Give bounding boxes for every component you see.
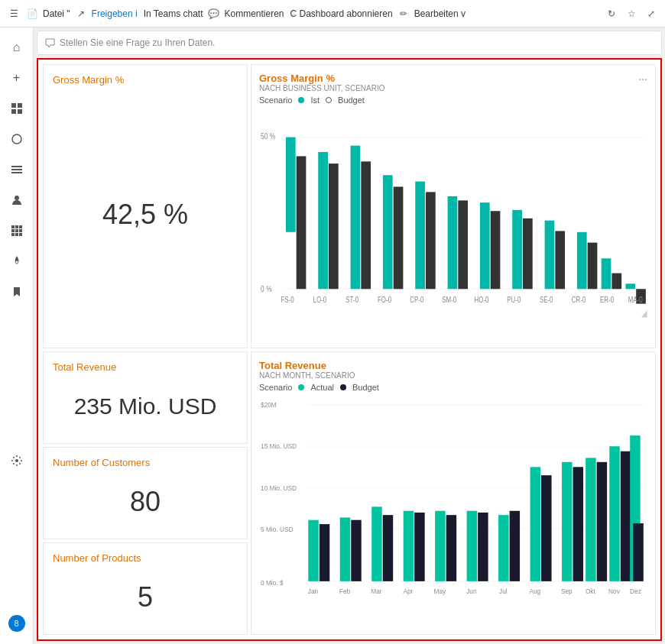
- sidebar-item-list[interactable]: [3, 156, 31, 183]
- bar-cr0-budget: [588, 243, 598, 290]
- bar-ho0-ist: [480, 202, 490, 289]
- x-label-dez: Dez: [630, 587, 641, 594]
- file-label: Datei ": [43, 8, 70, 19]
- bar-dez-budget: [633, 523, 643, 581]
- refresh-icon[interactable]: ↻: [604, 6, 619, 21]
- bar-jan-actual: [308, 519, 318, 581]
- y-label-5m: 5 Mio. USD: [261, 525, 293, 532]
- chart2-subtitle: NACH MONTH, SCENARIO: [259, 371, 379, 380]
- bar-er0-budget: [611, 273, 621, 290]
- svg-rect-7: [11, 172, 22, 173]
- gross-margin-value: 42,5 %: [53, 92, 238, 338]
- sidebar-item-add[interactable]: +: [3, 64, 31, 92]
- comment-icon: 💬: [206, 6, 221, 21]
- expand-icon[interactable]: ⤢: [644, 6, 659, 21]
- x-label-ma0: MA-0: [628, 296, 643, 304]
- x-label-pu0: PU-0: [507, 296, 521, 304]
- menu-icon[interactable]: ☰: [6, 6, 21, 21]
- x-label-jul: Jul: [499, 587, 508, 594]
- sidebar-item-grid[interactable]: [3, 95, 31, 122]
- bar-lo0-ist: [318, 152, 328, 289]
- gross-margin-label: Gross Margin %: [53, 74, 238, 86]
- bar-sep-actual: [562, 461, 572, 581]
- chart1-budget-label: Budget: [338, 95, 365, 105]
- teams-label[interactable]: In Teams chatt: [144, 8, 203, 19]
- bar-fo0-ist: [383, 175, 393, 289]
- bar-jun-budget: [478, 512, 488, 581]
- x-label-sm0: SM-0: [442, 296, 456, 304]
- y-label-20m: $20M: [261, 401, 277, 409]
- dashboard: Gross Margin % 42,5 % Gross Margin % NAC…: [37, 58, 662, 641]
- x-label-aug: Aug: [529, 587, 540, 594]
- search-bar[interactable]: Stellen Sie eine Frage zu Ihren Daten.: [37, 31, 662, 55]
- bar-fs0-budget: [297, 156, 307, 289]
- actual-legend-dot: [298, 384, 304, 390]
- edit-label[interactable]: Bearbeiten v: [414, 8, 466, 19]
- x-label-lo0: LO-0: [313, 296, 327, 304]
- subscribe-label[interactable]: C Dashboard abonnieren: [290, 8, 393, 19]
- svg-rect-9: [11, 225, 15, 228]
- sidebar-item-settings[interactable]: [3, 447, 31, 474]
- bar-nov-budget: [621, 451, 631, 581]
- bar-pu0-ist: [512, 210, 522, 289]
- sidebar-item-circle[interactable]: [3, 125, 31, 153]
- chart2-svg-container: $20M 15 Mio. USD 10 Mio. USD 5 Mio. USD …: [259, 395, 647, 627]
- num-customers-value: 80: [53, 474, 238, 529]
- bar-fo0-budget: [394, 186, 404, 289]
- svg-rect-16: [15, 233, 18, 236]
- svg-rect-13: [15, 229, 18, 232]
- x-label-fo0: FO-0: [378, 296, 391, 304]
- bar-feb-actual: [340, 517, 350, 581]
- svg-rect-15: [11, 233, 15, 236]
- notification-badge[interactable]: 8: [8, 615, 25, 632]
- share-label[interactable]: Freigeben i: [92, 8, 138, 19]
- svg-rect-0: [11, 103, 16, 108]
- bookmark-icon[interactable]: ☆: [624, 6, 639, 21]
- comment-label[interactable]: Kommentieren: [224, 8, 284, 19]
- num-products-label: Number of Products: [53, 552, 238, 564]
- share-icon: ↗: [73, 6, 89, 21]
- chart2-svg: $20M 15 Mio. USD 10 Mio. USD 5 Mio. USD …: [259, 395, 647, 627]
- bar-aug-budget: [541, 475, 551, 581]
- num-products-value: 5: [53, 570, 238, 625]
- kpi-total-revenue: Total Revenue 235 Mio. USD: [43, 351, 248, 444]
- file-icon: 📄: [24, 6, 40, 21]
- row-1: Gross Margin % 42,5 % Gross Margin % NAC…: [43, 64, 656, 348]
- x-label-ho0: HO-0: [475, 296, 489, 304]
- bar-sm0-budget: [458, 200, 468, 289]
- speech-bubble-icon: [45, 38, 55, 48]
- chart-gross-margin: Gross Margin % NACH BUSINESS UNIT, SCENA…: [251, 64, 656, 348]
- kpi-num-customers: Number of Customers 80: [43, 447, 248, 539]
- sidebar-item-rocket[interactable]: [3, 248, 31, 275]
- chart1-ist-label: Ist: [310, 95, 320, 105]
- bar-sm0-ist: [448, 196, 458, 289]
- svg-point-4: [12, 134, 21, 144]
- x-label-okt: Okt: [586, 587, 596, 594]
- bar-may-actual: [435, 510, 445, 581]
- edit-icon: ✏: [396, 6, 411, 21]
- bar-mar-actual: [371, 506, 381, 581]
- svg-rect-2: [11, 109, 16, 114]
- svg-text:0 %: 0 %: [261, 284, 272, 293]
- sidebar-item-home[interactable]: ⌂: [3, 34, 31, 61]
- bar-ho0-budget: [491, 211, 501, 289]
- x-label-er0: ER-0: [600, 296, 614, 304]
- content-area: Stellen Sie eine Frage zu Ihren Daten. G…: [34, 28, 665, 644]
- x-label-cr0: CR-0: [572, 296, 586, 304]
- bar-jun-actual: [467, 510, 477, 581]
- sidebar-item-apps[interactable]: [3, 217, 31, 244]
- sidebar: ⌂ + 8: [0, 28, 34, 644]
- bar-apr-actual: [404, 510, 414, 581]
- bar-okt-budget: [597, 461, 607, 581]
- bar-aug-actual: [530, 467, 540, 581]
- bar-ma0-ist: [625, 283, 635, 289]
- chart2-budget-label: Budget: [352, 383, 379, 392]
- sidebar-item-person[interactable]: [3, 186, 31, 214]
- x-label-jan: Jan: [308, 587, 319, 594]
- x-label-sep: Sep: [561, 587, 573, 594]
- chart1-subtitle: NACH BUSINESS UNIT, SCENARIO: [259, 84, 384, 92]
- chart1-more-icon[interactable]: ···: [638, 73, 647, 85]
- sidebar-item-bookmark[interactable]: [3, 278, 31, 306]
- svg-text:50 %: 50 %: [261, 131, 276, 141]
- bar-jul-actual: [498, 515, 508, 581]
